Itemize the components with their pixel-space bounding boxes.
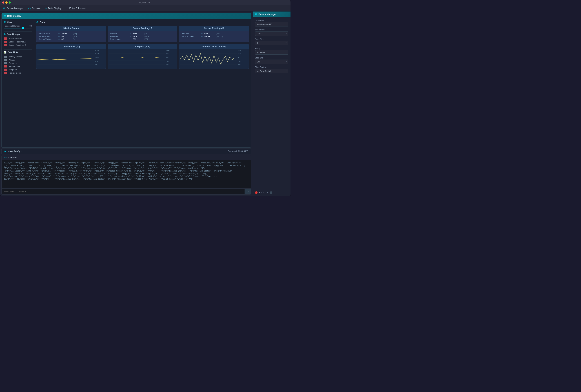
baud-rate-select[interactable]: 115200 9600 57600 <box>255 31 288 36</box>
airspeed-chart-header: Airspeed (m/s) <box>108 44 177 49</box>
app-window: SigLAB 0.0.1 ⊞ Device Manager <> Console… <box>0 0 290 196</box>
console-send-button[interactable]: > <box>244 189 251 195</box>
svg-text:0.0: 0.0 <box>238 57 240 58</box>
console-input-row: > <box>2 189 251 195</box>
data-bits-select-wrapper: 8 7 6 5 <box>255 41 288 45</box>
particle-count-chart-header: Particle Count (P/m^3) <box>179 44 249 49</box>
stop-bits-group: Stop Bits: One Two 1.5 <box>255 57 288 64</box>
sensor-b-card-body: Airspeed ↔ 66.6 [m/s] Particle Count ↔ -… <box>179 31 249 39</box>
plot-airspeed[interactable]: Airspeed <box>4 68 32 71</box>
parity-group: Parity: No Parity Even Odd Mark Space <box>255 47 288 54</box>
airspeed-row: Airspeed ↔ 66.6 [m/s] <box>182 32 246 35</box>
menu-item-console-label: Console <box>32 7 40 9</box>
plot-temperature[interactable]: Temperature <box>4 65 32 68</box>
fullscreen-icon: ⛶ <box>66 7 68 10</box>
data-display-title: Data Display <box>7 14 21 17</box>
minimize-button[interactable] <box>6 1 8 3</box>
kaansat-name: KaanSat-Qro <box>8 150 22 153</box>
kaansat-left: ▶ KaanSat-Qro <box>4 150 22 153</box>
kaansat-arrow-icon: ▶ <box>4 150 6 153</box>
plot-particle-count[interactable]: Particle Count <box>4 71 32 74</box>
data-bits-select[interactable]: 8 7 6 5 <box>255 41 288 45</box>
data-groups-title: ⚙ Data Groups: <box>4 33 32 35</box>
device-manager-icon: ⊞ <box>3 7 6 10</box>
svg-text:45.1: 45.1 <box>238 53 241 54</box>
flow-control-group: Flow Control: No Flow Control XON/XOFF R… <box>255 66 288 73</box>
range-slider-thumb[interactable] <box>22 27 24 29</box>
menu-item-device-manager[interactable]: ⊞ Device Manager <box>2 6 26 10</box>
sensor-a-card-body: Altitude ↔ 1898 [m] Pressure ↔ 89.6 <box>108 31 177 42</box>
battery-voltage-row: Battery Voltage ↔ 3.9 [V] <box>38 38 104 41</box>
range-label: Horizontal Range: 93 <box>4 25 32 27</box>
plot-battery-voltage[interactable]: Battery Voltage <box>4 55 32 58</box>
temperature-chart: Temperature (°C) <box>36 44 106 69</box>
group-mission-status[interactable]: Mission Status <box>4 37 32 40</box>
traffic-lights <box>2 1 11 3</box>
plot-pressure[interactable]: Pressure <box>4 62 32 65</box>
flow-control-label: Flow Control: <box>255 66 288 68</box>
particle-count-row: Particle Count ↔ -46.41... [P/m^3] <box>182 35 246 38</box>
console-input[interactable] <box>2 189 244 194</box>
divider <box>4 31 32 31</box>
view-title: 👁 View <box>4 21 32 23</box>
data-plots-title: 📊 Data Plots: <box>4 51 32 54</box>
altitude-row: Altitude ↔ 1898 [m] <box>110 32 175 35</box>
airspeed-chart: Airspeed (m/s) 101 <box>108 44 178 69</box>
horizontal-range-control[interactable]: Horizontal Range: 93 <box>4 25 32 28</box>
rx-label: RX ↔ TX <box>259 191 268 194</box>
data-groups-section: ⚙ Data Groups: Mission Status Sensor Rea… <box>4 33 32 47</box>
menu-item-fullscreen[interactable]: ⛶ Enter Fullscreen <box>64 6 88 10</box>
range-slider-track[interactable] <box>4 28 32 28</box>
device-manager-title: Device Manager <box>258 13 276 16</box>
sensor-a-swatch <box>4 41 8 43</box>
svg-text:49.1: 49.1 <box>166 60 170 62</box>
mission-status-card-header: Mission Status <box>36 26 106 31</box>
menu-item-fullscreen-label: Enter Fullscreen <box>69 7 86 9</box>
packet-count-row: Packet Count ↔ 30 [PCK] <box>38 35 104 38</box>
group-sensor-readings-a[interactable]: Sensor Readings A <box>4 40 32 43</box>
particle-count-swatch <box>4 72 8 74</box>
particle-count-chart: Particle Count (P/m^3) <box>179 44 249 69</box>
menu-item-console[interactable]: <> Console <box>26 6 42 10</box>
baud-rate-group: Baud Rate: 115200 9600 57600 <box>255 29 288 36</box>
group-sensor-readings-b[interactable]: Sensor Readings B <box>4 43 32 47</box>
maximize-button[interactable] <box>9 1 11 3</box>
menu-item-data-display[interactable]: ≋ Data Display <box>43 6 63 10</box>
data-plots-section: 📊 Data Plots: Battery Voltage Altitude <box>4 51 32 74</box>
charts-grid: Temperature (°C) <box>36 44 249 69</box>
temperature-chart-header: Temperature (°C) <box>36 44 106 49</box>
altitude-swatch <box>4 59 8 61</box>
svg-text:-75.3: -75.3 <box>95 64 98 65</box>
airspeed-chart-svg: 101.1 83.8 66.4 49.1 31.7 <box>109 50 176 68</box>
view-sidebar: 👁 View Horizontal Range: 93 <box>2 19 34 147</box>
sensor-b-card-header: Sensor Readings B <box>179 26 249 31</box>
baud-rate-label: Baud Rate: <box>255 29 288 31</box>
data-main: ⚙ Data Mission Status Mission Time <box>34 19 251 147</box>
data-display-panel: ≋ Data Display 👁 View <box>2 13 251 148</box>
device-manager-content: COM Port: tty.usbserial-1420 Baud Rate: … <box>253 17 290 189</box>
svg-text:90.2: 90.2 <box>238 50 241 51</box>
parity-label: Parity: <box>255 47 288 49</box>
data-groups-icon: ⚙ <box>4 33 6 35</box>
svg-text:150.5: 150.5 <box>95 57 99 58</box>
svg-text:376.3: 376.3 <box>95 50 99 51</box>
plot-altitude[interactable]: Altitude <box>4 58 32 62</box>
menu-item-device-manager-label: Device Manager <box>6 7 24 9</box>
titlebar: SigLAB 0.0.1 <box>0 0 290 5</box>
console-title: Console <box>8 156 17 159</box>
parity-select[interactable]: No Parity Even Odd Mark Space <box>255 50 288 54</box>
particle-count-chart-svg: 90.2 45.1 0.0 -45.1 -90.2 <box>180 50 248 68</box>
cards-grid: Mission Status Mission Time ↔ 30197 [ms] <box>36 26 249 42</box>
close-button[interactable] <box>2 1 4 3</box>
flow-control-select[interactable]: No Flow Control XON/XOFF RTS/CTS <box>255 69 288 73</box>
sensor-readings-b-card: Sensor Readings B Airspeed ↔ 66.6 [m/s] <box>179 26 249 42</box>
com-port-select[interactable]: tty.usbserial-1420 <box>255 22 288 26</box>
temperature-chart-body: 376.3 263.4 150.5 37.6 -75.3 <box>36 49 106 69</box>
svg-text:101.1: 101.1 <box>166 50 170 51</box>
stop-bits-select[interactable]: One Two 1.5 <box>255 60 288 64</box>
kaansat-received: Received: 298.85 KB <box>228 150 248 153</box>
svg-text:263.4: 263.4 <box>95 53 99 54</box>
data-bits-group: Data Bits: 8 7 6 5 <box>255 38 288 45</box>
console-output: 30099,"u":"ms"},{"t":"Packet Count","v":… <box>2 160 251 189</box>
stop-bits-label: Stop Bits: <box>255 57 288 59</box>
